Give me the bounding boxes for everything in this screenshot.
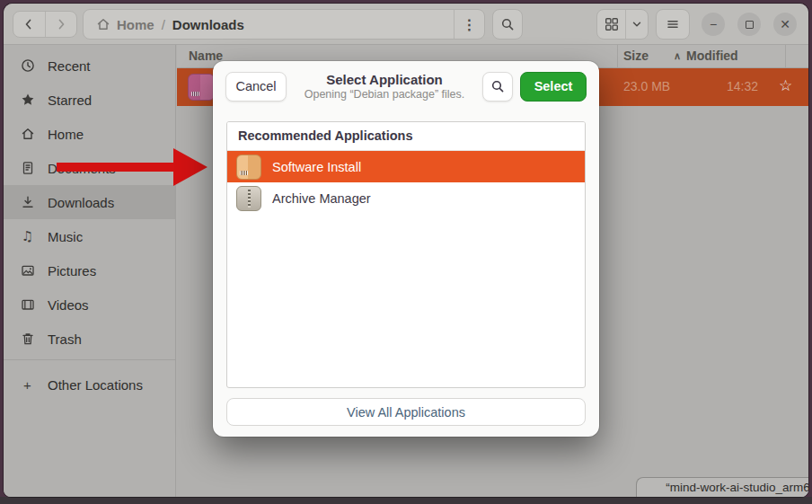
- view-all-applications-button[interactable]: View All Applications: [226, 398, 586, 426]
- sidebar-item-label: Home: [48, 127, 84, 142]
- select-application-dialog: Cancel Select Application Opening “Debia…: [213, 61, 599, 437]
- music-note-icon: ♫: [20, 230, 35, 243]
- sidebar-item-recent[interactable]: Recent: [4, 49, 175, 83]
- path-menu-button[interactable]: ⋮: [454, 10, 484, 39]
- sidebar-item-label: Recent: [48, 58, 91, 74]
- back-button[interactable]: [13, 12, 45, 37]
- hamburger-icon: [666, 17, 680, 31]
- breadcrumb-home-label: Home: [117, 17, 154, 32]
- download-icon: [20, 195, 35, 209]
- status-bar: “mind-work-ai-studio_arm64.deb” selected…: [636, 477, 808, 497]
- search-button[interactable]: [492, 9, 523, 40]
- maximize-icon: [746, 21, 754, 29]
- select-button[interactable]: Select: [520, 72, 587, 102]
- column-header-modified[interactable]: ∧ Modified: [674, 49, 738, 63]
- sidebar-item-music[interactable]: ♫ Music: [4, 219, 175, 253]
- document-icon: [20, 161, 35, 175]
- trash-icon: [20, 332, 35, 346]
- sidebar-item-starred[interactable]: Starred: [4, 83, 175, 117]
- desktop-strip: [0, 497, 812, 504]
- sidebar-item-label: Pictures: [48, 263, 96, 279]
- breadcrumb-path: Home / Downloads: [84, 17, 454, 32]
- app-row-software-install[interactable]: Software Install: [227, 151, 585, 182]
- plus-icon: +: [20, 377, 35, 393]
- arrow-shaft: [57, 163, 174, 172]
- home-icon: [96, 17, 110, 31]
- close-button[interactable]: ✕: [773, 13, 797, 36]
- picture-icon: [20, 263, 35, 278]
- search-icon: [500, 17, 515, 31]
- sidebar-item-other-locations[interactable]: + Other Locations: [4, 367, 175, 402]
- application-list: Recommended Applications Software Instal…: [226, 121, 586, 388]
- sidebar-item-downloads[interactable]: Downloads: [4, 185, 175, 219]
- forward-button[interactable]: [45, 12, 77, 37]
- view-options-button[interactable]: [626, 10, 648, 39]
- column-divider: [785, 45, 786, 67]
- status-text: “mind-work-ai-studio_arm64.deb” selected…: [666, 481, 808, 494]
- star-outline-icon[interactable]: ☆: [779, 76, 792, 95]
- arrow-head: [173, 148, 207, 186]
- film-icon: [20, 297, 35, 312]
- sidebar-item-trash[interactable]: Trash: [4, 322, 175, 356]
- sidebar-item-pictures[interactable]: Pictures: [4, 253, 175, 287]
- sidebar-item-label: Trash: [48, 332, 82, 347]
- minimize-button[interactable]: −: [702, 13, 725, 36]
- section-header: Recommended Applications: [227, 122, 585, 151]
- dialog-titlebox: Select Application Opening “Debian packa…: [294, 72, 475, 101]
- app-name: Software Install: [272, 160, 361, 174]
- archive-manager-icon: [236, 186, 261, 211]
- titlebar: Home / Downloads ⋮: [4, 4, 808, 45]
- screenshot-canvas: Home / Downloads ⋮: [0, 0, 812, 504]
- grid-view-icon: [605, 17, 619, 31]
- kebab-icon: ⋮: [463, 16, 477, 33]
- grid-view-button[interactable]: [597, 10, 626, 39]
- breadcrumb-current[interactable]: Downloads: [172, 17, 244, 32]
- clock-icon: [20, 58, 35, 73]
- sidebar-item-label: Starred: [48, 93, 92, 108]
- column-header-modified-label: Modified: [686, 49, 738, 63]
- close-icon: ✕: [780, 18, 790, 31]
- software-install-icon: [236, 155, 261, 180]
- sidebar: Recent Starred Home Documents Downloads …: [4, 45, 176, 497]
- search-icon: [490, 79, 505, 93]
- sidebar-item-label: Music: [48, 229, 83, 244]
- history-nav: [13, 11, 77, 38]
- column-divider: [617, 45, 618, 67]
- breadcrumb-separator: /: [162, 17, 165, 32]
- chevron-right-icon: [54, 17, 68, 31]
- deb-package-icon: [188, 74, 215, 101]
- sidebar-separator: [4, 359, 175, 360]
- cancel-button[interactable]: Cancel: [225, 72, 287, 102]
- chevron-left-icon: [22, 17, 36, 31]
- dialog-header: Cancel Select Application Opening “Debia…: [213, 61, 599, 111]
- file-modified: 14:32: [674, 79, 758, 93]
- file-size: 23.0 MB: [623, 79, 670, 93]
- column-header-size[interactable]: Size: [623, 49, 649, 63]
- sidebar-item-label: Videos: [48, 297, 89, 313]
- breadcrumb: Home / Downloads ⋮: [83, 9, 485, 40]
- sort-ascending-icon: ∧: [674, 50, 681, 62]
- dialog-title: Select Application: [294, 72, 475, 87]
- minimize-icon: −: [710, 18, 717, 31]
- sidebar-item-videos[interactable]: Videos: [4, 287, 175, 322]
- sidebar-item-home[interactable]: Home: [4, 117, 175, 151]
- app-row-archive-manager[interactable]: Archive Manager: [227, 182, 585, 214]
- chevron-down-icon: [631, 18, 643, 31]
- home-icon: [20, 127, 35, 141]
- sidebar-item-label: Other Locations: [48, 377, 143, 393]
- dialog-search-button[interactable]: [482, 72, 513, 102]
- breadcrumb-home[interactable]: Home: [96, 17, 154, 32]
- view-toggle: [596, 9, 649, 40]
- dialog-subtitle: Opening “Debian package” files.: [294, 88, 475, 101]
- main-menu-button[interactable]: [656, 9, 690, 40]
- app-name: Archive Manager: [272, 191, 371, 206]
- star-icon: [20, 93, 35, 107]
- maximize-button[interactable]: [737, 13, 761, 36]
- sidebar-item-label: Downloads: [48, 195, 114, 210]
